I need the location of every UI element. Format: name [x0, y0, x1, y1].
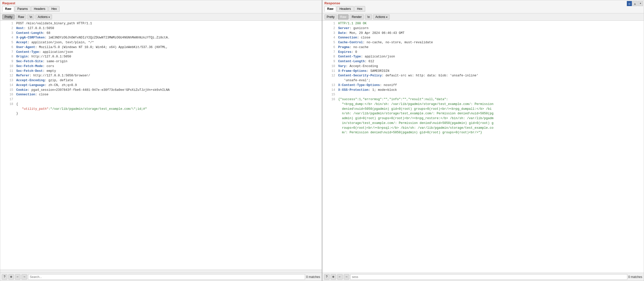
response-panel: Response Raw Headers Hex Pretty Raw Rend… [322, 0, 644, 281]
table-row: 15 [323, 92, 644, 97]
table-row: 17 [0, 97, 322, 102]
response-tab-bar: Raw Headers Hex [325, 6, 642, 12]
response-tab-raw[interactable]: Raw [325, 6, 336, 12]
table-row: 3 Content-Length: 68 [0, 31, 322, 36]
table-row: 'unsafe-eval'; [323, 78, 644, 83]
response-tab-headers[interactable]: Headers [337, 6, 354, 12]
chevron-down-icon: ▾ [48, 16, 50, 18]
request-newline-btn[interactable]: \n [27, 14, 34, 19]
table-row: 13 Accept-Encoding: gzip, deflate [0, 78, 322, 83]
request-code-table: 1 POST /misc/validate_binary_path HTTP/1… [0, 21, 322, 116]
response-search-input[interactable] [350, 274, 627, 280]
request-tab-raw[interactable]: Raw [2, 6, 14, 12]
table-row: 4 X-pgA-CSRFToken: lmE3NDYzOGJhOWYxNDIzY… [0, 35, 322, 40]
table-row: } [0, 111, 322, 116]
table-row: roups=0(root)<br/><b>psql:</b> /bin/sh: … [323, 126, 644, 131]
table-row: 11 Sec-Fetch-Dest: empty [0, 69, 322, 74]
table-row: 7 Expires: 0 [323, 50, 644, 55]
split-vertical-icon[interactable]: ◬ [632, 1, 637, 6]
request-footer: ? ⚙ ← → 0 matches [0, 273, 322, 281]
table-row: 8 Origin: http://127.0.0.1:5050 [0, 54, 322, 59]
request-tab-bar: Raw Params Headers Hex [2, 6, 320, 12]
settings-icon[interactable]: ⚙ [8, 274, 14, 280]
response-code-table: 1 HTTP/1.1 200 OK 2 Server: gunicorn 3 D… [323, 21, 644, 135]
response-actions-btn[interactable]: Actions ▾ [373, 14, 389, 19]
back-icon[interactable]: ← [15, 274, 20, 280]
table-row: 11 X-Frame-Options: SAMEORIGIN [323, 69, 644, 74]
table-row: 1 HTTP/1.1 200 OK [323, 21, 644, 26]
request-content[interactable]: 1 POST /misc/validate_binary_path HTTP/1… [0, 21, 322, 270]
response-raw-btn[interactable]: Raw [338, 14, 349, 19]
table-row: 12 Content-Security-Policy: default-src … [323, 73, 644, 78]
response-back-icon[interactable]: ← [337, 274, 343, 280]
table-row: 10 Sec-Fetch-Mode: cors [0, 64, 322, 69]
request-header: Request Raw Params Headers Hex [0, 0, 322, 13]
table-row: 14 X-XSS-Protection: 1; mode=block [323, 88, 644, 93]
request-title: Request [2, 1, 320, 5]
table-row: m/: Permission denied\nuid=5050(pgadmin)… [323, 130, 644, 135]
response-newline-btn[interactable]: \n [365, 14, 372, 19]
response-content[interactable]: 1 HTTP/1.1 200 OK 2 Server: gunicorn 3 D… [323, 21, 644, 273]
table-row: 9 Sec-Fetch-Site: same-origin [0, 59, 322, 64]
help-icon[interactable]: ? [2, 274, 7, 280]
request-actions-btn[interactable]: Actions ▾ [35, 14, 52, 19]
table-row: 6 Pragma: no-cache [323, 45, 644, 50]
request-tab-params[interactable]: Params [15, 6, 31, 12]
table-row: "<b>pg_dump:</b> /bin/sh: /var/lib/pgadm… [323, 102, 644, 107]
response-matches-label: 0 matches [628, 275, 642, 279]
table-row: 6 User-Agent: Mozilla/5.0 (Windows NT 10… [0, 45, 322, 50]
response-toolbar: Pretty Raw Render \n Actions ▾ [323, 13, 644, 21]
chevron-down-icon: ▾ [386, 16, 387, 18]
response-settings-icon[interactable]: ⚙ [331, 274, 336, 280]
forward-icon[interactable]: → [21, 274, 27, 280]
table-row: n/sh: /var/lib/pgadmin/storage/test_exam… [323, 111, 644, 116]
table-row: 15 Cookie: pga4_session=2397843f-fbe6-44… [0, 88, 322, 93]
response-header: Response Raw Headers Hex [323, 0, 644, 13]
response-forward-icon[interactable]: → [344, 274, 349, 280]
table-row: 16 Connection: close [0, 92, 322, 97]
response-pretty-btn[interactable]: Pretty [325, 14, 337, 19]
table-row: "utility_path":"/var/lib/pgadmin/storage… [0, 107, 322, 112]
response-title: Response [325, 1, 642, 5]
table-row: 1 POST /misc/validate_binary_path HTTP/1… [0, 21, 322, 26]
request-tab-headers[interactable]: Headers [31, 6, 48, 12]
table-row: 3 Date: Mon, 29 Apr 2024 06:46:43 GMT [323, 31, 644, 36]
table-row: 7 Content-Type: application/json [0, 50, 322, 55]
table-row: 13 X-Content-Type-Options: nosniff [323, 83, 644, 88]
response-tab-hex[interactable]: Hex [354, 6, 365, 12]
request-toolbar: Pretty Raw \n Actions ▾ [0, 13, 322, 21]
request-search-input[interactable] [28, 274, 305, 280]
split-horizontal-icon[interactable]: ◫ [627, 1, 632, 6]
window-controls: ◫ ◬ × [626, 0, 644, 7]
request-scrollbar[interactable] [0, 270, 322, 273]
request-matches-label: 0 matches [306, 275, 320, 279]
table-row: admin) gid=0(root) groups=0(root)<br/><b… [323, 116, 644, 121]
response-render-btn[interactable]: Render [350, 14, 364, 19]
table-row: 5 Cache-Control: no-cache, no-store, mus… [323, 40, 644, 45]
table-row: 9 Content-Length: 612 [323, 59, 644, 64]
table-row: 4 Connection: close [323, 35, 644, 40]
response-help-icon[interactable]: ? [324, 274, 330, 280]
table-row: 16 {"success":1,"errormsg":"","info":"",… [323, 97, 644, 102]
table-row: 5 Accept: application/json, text/plain, … [0, 40, 322, 45]
table-row: 12 Referer: http://127.0.0.1:5050/browse… [0, 73, 322, 78]
table-row: 10 Vary: Accept-Encoding [323, 64, 644, 69]
table-row: in/storage/test_example.com/: Permission… [323, 121, 644, 126]
close-panel-icon[interactable]: × [638, 1, 643, 6]
table-row: 8 Content-Type: application/json [323, 54, 644, 59]
table-row: 14 Accept-Language: zh-CN, zh;q=0.9 [0, 83, 322, 88]
request-pretty-btn[interactable]: Pretty [2, 14, 15, 19]
table-row: 2 Server: gunicorn [323, 26, 644, 31]
table-row: 18 { [0, 102, 322, 107]
request-raw-btn[interactable]: Raw [16, 14, 26, 19]
request-panel: Request Raw Params Headers Hex Pretty Ra… [0, 0, 322, 281]
table-row: 2 Host: 127.0.0.1:5050 [0, 26, 322, 31]
response-footer: ? ⚙ ← → 0 matches [323, 273, 644, 281]
table-row: denied\nuid=5050(pgadmin) gid=0(root) gr… [323, 107, 644, 112]
request-tab-hex[interactable]: Hex [48, 6, 59, 12]
